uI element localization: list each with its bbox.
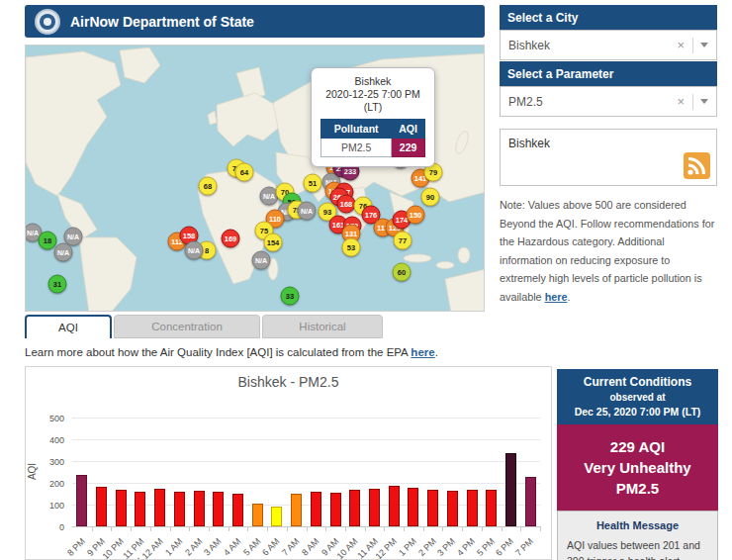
x-tick-label: 2 AM bbox=[183, 536, 205, 558]
x-tick-label: 5 PM bbox=[475, 536, 497, 558]
chart-bar[interactable] bbox=[252, 504, 263, 526]
world-aqi-map[interactable]: N/A18N/AN/A316876648112158N/A16933N/A705… bbox=[25, 45, 485, 312]
health-message-box: Health Message AQI values between 201 an… bbox=[557, 511, 718, 560]
tab-aqi[interactable]: AQI bbox=[25, 315, 112, 338]
chart-title: Bishkek - PM2.5 bbox=[26, 374, 551, 390]
city-select[interactable]: Bishkek × bbox=[500, 30, 717, 60]
aqi-map-marker[interactable]: 169 bbox=[222, 230, 240, 248]
chart-bar[interactable] bbox=[349, 490, 360, 526]
select-divider bbox=[692, 38, 693, 53]
x-tick bbox=[384, 526, 385, 531]
aqi-map-marker[interactable]: 68 bbox=[199, 177, 218, 196]
chart-bar[interactable] bbox=[96, 487, 107, 526]
aqi-map-marker[interactable]: 154 bbox=[264, 233, 283, 252]
aqi-map-marker[interactable]: 64 bbox=[235, 163, 254, 182]
x-tick bbox=[307, 526, 308, 531]
parameter-select[interactable]: PM2.5 × bbox=[500, 86, 717, 117]
chart-bar[interactable] bbox=[525, 477, 536, 526]
tooltip-aqi-value: 229 bbox=[392, 139, 425, 157]
chart-bar[interactable] bbox=[486, 490, 497, 526]
chart-bar[interactable] bbox=[116, 490, 127, 526]
y-gridline bbox=[72, 461, 540, 462]
tab-historical[interactable]: Historical bbox=[262, 315, 383, 338]
x-tick-label: 5 AM bbox=[241, 536, 263, 558]
aqi-map-marker[interactable]: N/A bbox=[185, 241, 204, 260]
x-tick bbox=[209, 526, 210, 531]
x-tick bbox=[442, 526, 443, 531]
x-tick bbox=[462, 526, 463, 531]
chevron-down-icon[interactable] bbox=[700, 43, 708, 47]
chart-bar[interactable] bbox=[291, 494, 302, 526]
chart-bar[interactable] bbox=[427, 490, 438, 526]
aqi-map-marker[interactable]: 90 bbox=[421, 188, 440, 207]
chart-bar[interactable] bbox=[369, 489, 380, 527]
epa-here-link[interactable]: here bbox=[411, 346, 434, 358]
aqi-map-marker[interactable]: 77 bbox=[394, 232, 412, 250]
aqi-map-marker[interactable]: N/A bbox=[54, 243, 73, 262]
health-message-text: AQI values between 201 and 300 trigger a… bbox=[567, 537, 708, 560]
chart-bar[interactable] bbox=[135, 492, 145, 526]
chart-bar[interactable] bbox=[232, 494, 243, 526]
aqi-map-marker[interactable]: 33 bbox=[281, 287, 300, 306]
x-tick-label: 7 PM bbox=[513, 536, 535, 558]
aqi-bar-chart: Bishkek - PM2.5 AQI 01002003004005008 PM… bbox=[25, 366, 552, 560]
x-tick bbox=[189, 526, 190, 531]
chart-bar[interactable] bbox=[467, 490, 478, 526]
rss-feed-box: Bishkek bbox=[500, 129, 717, 186]
tooltip-table: Pollutant AQI PM2.5 229 bbox=[320, 119, 425, 157]
chevron-down-icon[interactable] bbox=[700, 99, 708, 104]
y-tick-label: 500 bbox=[35, 414, 64, 423]
rss-icon[interactable] bbox=[684, 152, 710, 179]
x-tick bbox=[92, 526, 93, 531]
rss-city-label: Bishkek bbox=[508, 137, 708, 150]
tab-concentration[interactable]: Concentration bbox=[114, 315, 260, 338]
x-tick bbox=[404, 526, 405, 531]
x-tick-label: 4 AM bbox=[222, 536, 243, 558]
chart-bar[interactable] bbox=[389, 486, 400, 526]
chart-bar[interactable] bbox=[194, 491, 205, 526]
current-aqi-category: Very Unhealthy bbox=[561, 457, 714, 478]
observed-datetime: Dec 25, 2020 7:00 PM (LT) bbox=[561, 406, 714, 418]
health-message-title: Health Message bbox=[567, 519, 708, 531]
x-tick bbox=[170, 526, 171, 531]
chart-bar[interactable] bbox=[447, 491, 458, 526]
clear-parameter-icon[interactable]: × bbox=[677, 94, 685, 109]
chart-bar[interactable] bbox=[505, 453, 516, 526]
aqi-map-marker[interactable]: 60 bbox=[393, 263, 412, 282]
x-tick bbox=[267, 526, 268, 531]
y-tick-label: 100 bbox=[35, 501, 64, 511]
x-tick bbox=[423, 526, 424, 531]
aqi-map-marker[interactable]: 150 bbox=[407, 206, 425, 225]
x-tick bbox=[540, 526, 541, 531]
chart-bar[interactable] bbox=[408, 488, 418, 526]
select-parameter-header: Select a Parameter bbox=[500, 61, 717, 86]
aqi-map-marker[interactable]: N/A bbox=[252, 251, 271, 270]
current-conditions-header: Current Conditions observed at Dec 25, 2… bbox=[557, 369, 718, 424]
aqi-map-marker[interactable]: 53 bbox=[342, 238, 361, 257]
current-aqi-pollutant: PM2.5 bbox=[561, 478, 714, 499]
x-tick-label: 10 AM bbox=[335, 536, 360, 560]
chart-bar[interactable] bbox=[174, 492, 185, 526]
chart-bar[interactable] bbox=[311, 492, 321, 526]
x-tick bbox=[520, 526, 521, 531]
chart-bar[interactable] bbox=[330, 493, 341, 526]
chart-bar[interactable] bbox=[154, 489, 165, 526]
x-tick-label: 4 PM bbox=[455, 536, 477, 558]
clear-city-icon[interactable]: × bbox=[677, 38, 685, 52]
x-tick bbox=[111, 526, 112, 531]
x-tick-label: 6 PM bbox=[495, 536, 516, 558]
aqi-map-marker[interactable]: 51 bbox=[304, 174, 322, 193]
aqi-map-marker[interactable]: 31 bbox=[48, 275, 67, 294]
aqi-map-marker[interactable]: N/A bbox=[298, 202, 317, 221]
chart-bar[interactable] bbox=[76, 475, 87, 526]
x-tick bbox=[247, 526, 248, 531]
select-divider bbox=[692, 94, 693, 110]
y-gridline bbox=[72, 418, 540, 419]
department-of-state-seal-icon bbox=[35, 9, 60, 35]
note-here-link[interactable]: here bbox=[545, 291, 568, 303]
chart-bar[interactable] bbox=[271, 507, 282, 526]
x-tick bbox=[345, 526, 346, 531]
x-tick-label: 1 PM bbox=[397, 536, 418, 558]
y-tick-label: 200 bbox=[35, 479, 64, 489]
chart-bar[interactable] bbox=[213, 492, 224, 526]
